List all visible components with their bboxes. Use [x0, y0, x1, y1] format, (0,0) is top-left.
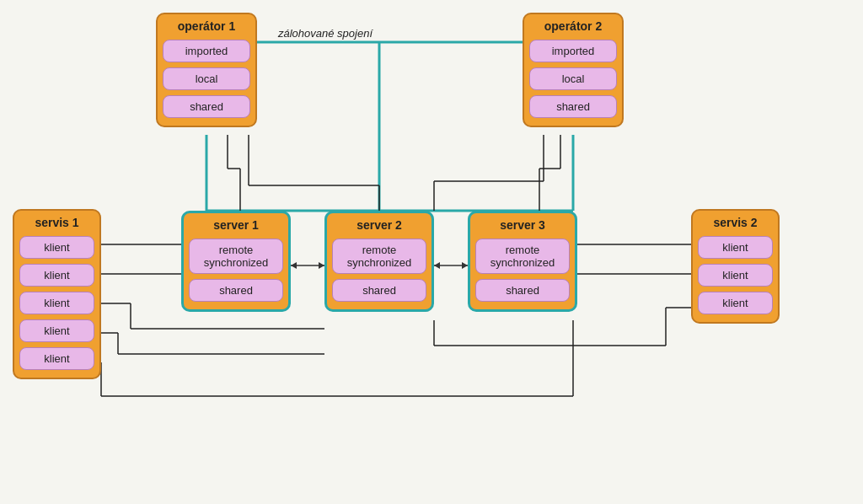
server1-item-shared: shared	[189, 279, 283, 302]
operator1-item-shared: shared	[163, 95, 250, 118]
server3-title: server 3	[500, 218, 545, 232]
servis1-klient3: klient	[19, 292, 94, 314]
operator2-item-local: local	[529, 67, 617, 90]
server2-item-remote: remote synchronized	[332, 239, 426, 274]
backup-connection-label: zálohované spojení	[278, 27, 373, 40]
svg-marker-7	[291, 262, 297, 269]
server3-item-remote: remote synchronized	[475, 239, 570, 274]
servis1-title: servis 1	[35, 216, 78, 229]
servis2-title: servis 2	[713, 216, 757, 229]
servis1-klient4: klient	[19, 319, 94, 342]
server1-title: server 1	[213, 218, 259, 232]
server2-item-shared: shared	[332, 279, 426, 302]
servis1-klient1: klient	[19, 236, 94, 259]
operator1-title: operátor 1	[178, 19, 235, 33]
server3-node: server 3 remote synchronized shared	[468, 211, 577, 312]
server2-node: server 2 remote synchronized shared	[324, 211, 434, 312]
servis1-node: servis 1 klient klient klient klient kli…	[13, 209, 101, 379]
server1-item-remote: remote synchronized	[189, 239, 283, 274]
server2-title: server 2	[356, 218, 402, 232]
diagram-container: zálohované spojení operátor 1 imported l…	[0, 0, 863, 504]
operator1-node: operátor 1 imported local shared	[156, 13, 257, 127]
server1-node: server 1 remote synchronized shared	[181, 211, 291, 312]
servis1-klient5: klient	[19, 347, 94, 370]
servis2-node: servis 2 klient klient klient	[691, 209, 780, 324]
operator2-item-imported: imported	[529, 40, 617, 62]
operator2-item-shared: shared	[529, 95, 617, 118]
svg-marker-10	[434, 262, 440, 269]
servis2-klient1: klient	[698, 236, 773, 259]
servis1-klient2: klient	[19, 264, 94, 287]
operator2-title: operátor 2	[544, 19, 602, 33]
servis2-klient3: klient	[698, 292, 773, 314]
server3-item-shared: shared	[475, 279, 570, 302]
svg-marker-6	[319, 262, 324, 269]
operator2-node: operátor 2 imported local shared	[523, 13, 624, 127]
svg-marker-9	[462, 262, 468, 269]
operator1-item-imported: imported	[163, 40, 250, 62]
servis2-klient2: klient	[698, 264, 773, 287]
operator1-item-local: local	[163, 67, 250, 90]
